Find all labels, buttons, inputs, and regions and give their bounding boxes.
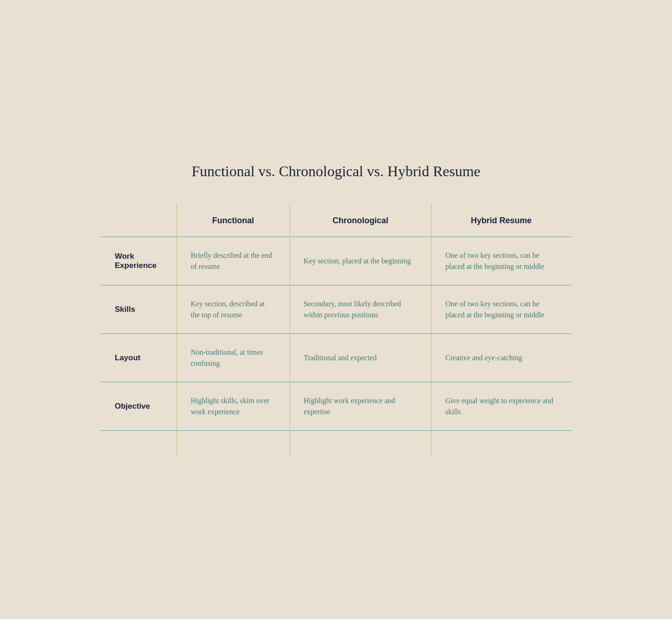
row-header-objective: Objective — [101, 382, 177, 430]
row-header-layout: Layout — [101, 333, 177, 382]
cell-functional-1: Key section, described at the top of res… — [177, 285, 289, 333]
cell-chronological-0: Key section, placed at the beginning — [289, 237, 431, 285]
cell-chronological-2: Traditional and expected — [289, 333, 431, 382]
table-row: LayoutNon-traditional, at times confusin… — [101, 333, 571, 382]
cell-chronological-1: Secondary, most likely described within … — [289, 285, 431, 333]
table-row: ObjectiveHighlight skills, skim over wor… — [101, 382, 571, 430]
cell-functional-0: Briefly described at the end of resume — [177, 237, 289, 285]
cell-hybrid-3: Give equal weight to experience and skil… — [431, 382, 571, 430]
col-header-empty — [101, 203, 177, 237]
row-header-skills: Skills — [101, 285, 177, 333]
comparison-table: Functional Chronological Hybrid Resume W… — [101, 203, 571, 457]
page-title: Functional vs. Chronological vs. Hybrid … — [101, 163, 571, 180]
page-container: Functional vs. Chronological vs. Hybrid … — [83, 135, 589, 484]
table-row-empty — [101, 430, 571, 457]
cell-hybrid-2: Creative and eye-catching — [431, 333, 571, 382]
cell-hybrid-1: One of two key sections, can be placed a… — [431, 285, 571, 333]
table-header-row: Functional Chronological Hybrid Resume — [101, 203, 571, 237]
col-header-functional: Functional — [177, 203, 289, 237]
table-row: Work ExperienceBriefly described at the … — [101, 237, 571, 285]
table-row: SkillsKey section, described at the top … — [101, 285, 571, 333]
cell-functional-2: Non-traditional, at times confusing — [177, 333, 289, 382]
cell-hybrid-0: One of two key sections, can be placed a… — [431, 237, 571, 285]
col-header-hybrid: Hybrid Resume — [431, 203, 571, 237]
col-header-chronological: Chronological — [289, 203, 431, 237]
row-header-work-experience: Work Experience — [101, 237, 177, 285]
cell-functional-3: Highlight skills, skim over work experie… — [177, 382, 289, 430]
cell-chronological-3: Highlight work experience and expertise — [289, 382, 431, 430]
